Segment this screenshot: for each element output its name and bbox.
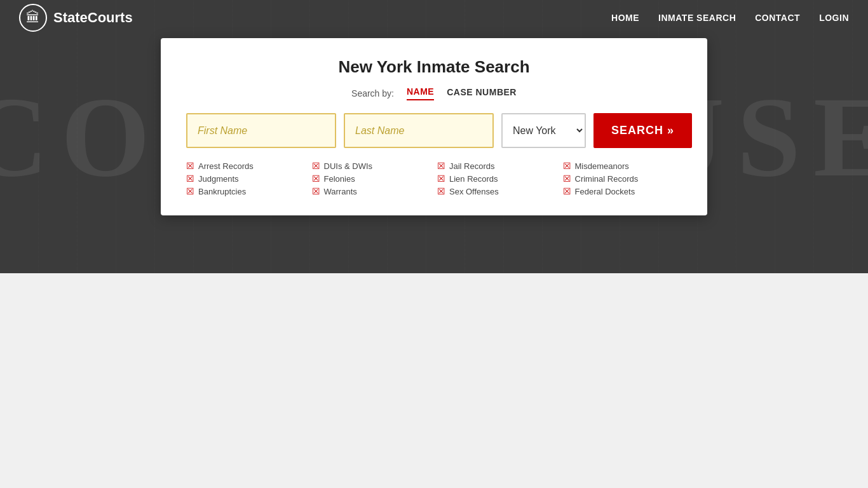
search-modal: New York Inmate Search Search by: NAME C… <box>161 38 707 215</box>
site-name: StateCourts <box>53 10 133 26</box>
nav-inmate-search[interactable]: INMATE SEARCH <box>658 13 736 23</box>
check-item: ☒Warrants <box>312 186 431 196</box>
check-label: Arrest Records <box>198 161 254 171</box>
check-label: Bankruptcies <box>198 187 246 196</box>
hero-section: COURTHOUSE 🏛 StateCourts HOME INMATE SEA… <box>0 0 868 273</box>
site-logo[interactable]: 🏛 StateCourts <box>19 4 133 32</box>
check-icon: ☒ <box>437 161 445 171</box>
check-item: ☒Lien Records <box>437 173 557 184</box>
check-label: Misdemeanors <box>575 161 629 171</box>
search-by-label: Search by: <box>351 88 394 98</box>
tab-name[interactable]: NAME <box>407 86 434 100</box>
check-item: ☒Felonies <box>312 173 431 184</box>
check-label: Warrants <box>324 187 357 196</box>
check-label: Lien Records <box>449 174 498 184</box>
check-icon: ☒ <box>186 161 194 171</box>
check-icon: ☒ <box>563 161 571 171</box>
nav-login[interactable]: LOGIN <box>819 13 849 23</box>
check-icon: ☒ <box>312 186 320 196</box>
check-item: ☒Federal Dockets <box>563 186 682 196</box>
logo-icon: 🏛 <box>19 4 47 32</box>
check-icon: ☒ <box>312 161 320 171</box>
check-label: Judgments <box>198 174 239 184</box>
state-select[interactable]: New YorkAlabamaAlaskaArizonaArkansasCali… <box>501 113 586 148</box>
search-fields: New YorkAlabamaAlaskaArizonaArkansasCali… <box>186 113 682 148</box>
modal-title: New York Inmate Search <box>186 57 682 77</box>
check-icon: ☒ <box>186 173 194 184</box>
tab-case-number[interactable]: CASE NUMBER <box>447 87 517 100</box>
check-label: DUIs & DWIs <box>324 161 373 171</box>
check-item: ☒Misdemeanors <box>563 161 682 171</box>
checks-grid: ☒Arrest Records☒DUIs & DWIs☒Jail Records… <box>186 161 682 196</box>
check-label: Jail Records <box>449 161 495 171</box>
nav-contact[interactable]: CONTACT <box>755 13 800 23</box>
check-label: Sex Offenses <box>449 187 499 196</box>
check-label: Federal Dockets <box>575 187 635 196</box>
first-name-input[interactable] <box>186 113 336 148</box>
check-label: Criminal Records <box>575 174 639 184</box>
check-item: ☒Judgments <box>186 173 306 184</box>
check-item: ☒Arrest Records <box>186 161 306 171</box>
check-item: ☒Jail Records <box>437 161 557 171</box>
nav-links: HOME INMATE SEARCH CONTACT LOGIN <box>611 12 849 24</box>
check-icon: ☒ <box>563 173 571 184</box>
check-item: ☒DUIs & DWIs <box>312 161 431 171</box>
nav-home[interactable]: HOME <box>611 13 639 23</box>
check-item: ☒Sex Offenses <box>437 186 557 196</box>
check-item: ☒Bankruptcies <box>186 186 306 196</box>
check-item: ☒Criminal Records <box>563 173 682 184</box>
check-icon: ☒ <box>186 186 194 196</box>
check-icon: ☒ <box>437 173 445 184</box>
search-button[interactable]: SEARCH » <box>593 113 692 148</box>
last-name-input[interactable] <box>344 113 494 148</box>
check-icon: ☒ <box>437 186 445 196</box>
check-label: Felonies <box>324 174 355 184</box>
check-icon: ☒ <box>312 173 320 184</box>
check-icon: ☒ <box>563 186 571 196</box>
search-by-row: Search by: NAME CASE NUMBER <box>186 86 682 100</box>
top-nav: 🏛 StateCourts HOME INMATE SEARCH CONTACT… <box>0 0 868 35</box>
